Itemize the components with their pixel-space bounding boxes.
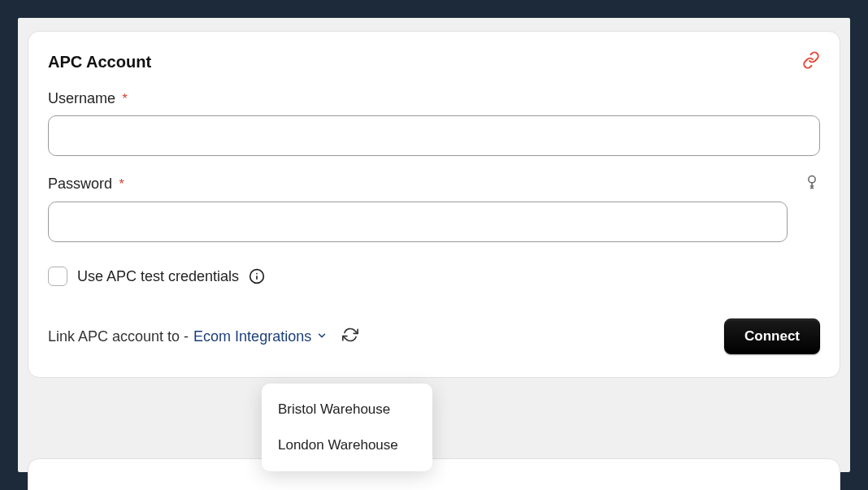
username-group: Username *: [48, 90, 820, 156]
link-account-row: Link APC account to - Ecom Integrations: [48, 327, 358, 347]
password-label-wrapper: Password *: [48, 176, 124, 193]
refresh-icon[interactable]: [342, 327, 358, 347]
card-title: APC Account: [48, 53, 151, 72]
info-icon[interactable]: [249, 268, 265, 284]
password-label: Password: [48, 176, 112, 192]
apc-account-card: APC Account Username * Password: [28, 31, 840, 378]
card-footer: Link APC account to - Ecom Integrations: [48, 319, 820, 354]
username-label-row: Username *: [48, 90, 820, 107]
test-credentials-checkbox[interactable]: [48, 267, 67, 286]
svg-point-0: [809, 176, 815, 183]
username-input[interactable]: [48, 115, 820, 156]
password-required: *: [119, 177, 124, 191]
password-input[interactable]: [48, 202, 788, 242]
link-account-dropdown[interactable]: Ecom Integrations: [193, 328, 328, 345]
connect-button[interactable]: Connect: [724, 319, 820, 354]
link-account-selected: Ecom Integrations: [193, 328, 311, 345]
password-label-row: Password *: [48, 174, 820, 193]
dropdown-item-bristol[interactable]: Bristol Warehouse: [262, 392, 432, 427]
username-label: Username: [48, 90, 115, 106]
link-icon[interactable]: [802, 51, 820, 72]
password-group: Password *: [48, 174, 820, 242]
next-card-peek: [28, 458, 840, 490]
page-background: APC Account Username * Password: [18, 18, 850, 472]
key-icon[interactable]: [804, 174, 820, 193]
link-account-prefix: Link APC account to -: [48, 328, 189, 345]
test-credentials-label: Use APC test credentials: [77, 268, 239, 285]
username-label-wrapper: Username *: [48, 90, 128, 107]
card-header: APC Account: [48, 51, 820, 72]
test-credentials-row: Use APC test credentials: [48, 267, 820, 286]
dropdown-item-london[interactable]: London Warehouse: [262, 427, 432, 463]
username-required: *: [122, 92, 127, 106]
chevron-down-icon: [316, 328, 328, 345]
warehouse-dropdown-menu: Bristol Warehouse London Warehouse: [262, 384, 432, 471]
